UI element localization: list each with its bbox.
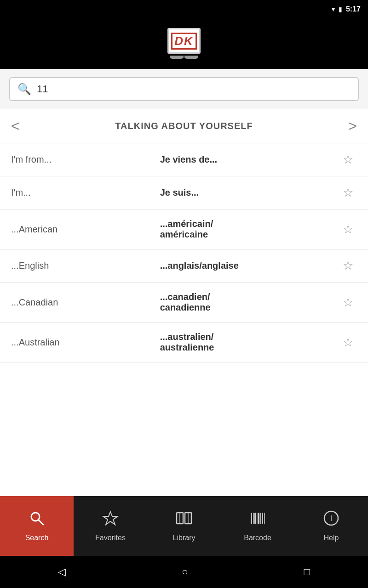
svg-rect-9 [254, 513, 256, 524]
svg-rect-14 [264, 513, 265, 524]
phrase-row[interactable]: I'm... Je suis... ☆ [0, 176, 368, 209]
svg-rect-12 [260, 513, 261, 524]
phrase-list: I'm from... Je viens de... ☆ I'm... Je s… [0, 143, 368, 362]
back-button[interactable]: ◁ [58, 566, 66, 578]
phrase-english: ...Canadian [11, 297, 160, 308]
dk-page-left [170, 56, 184, 59]
favorite-button[interactable]: ☆ [339, 153, 357, 167]
library-nav-icon [176, 510, 192, 530]
nav-item-search[interactable]: Search [0, 496, 74, 556]
home-button[interactable]: ○ [182, 566, 188, 578]
svg-marker-2 [103, 512, 118, 525]
favorite-button[interactable]: ☆ [339, 222, 357, 237]
nav-label-search: Search [25, 534, 49, 542]
nav-item-library[interactable]: Library [147, 496, 221, 556]
phrase-french: ...anglais/anglaise [160, 260, 339, 271]
favorites-nav-icon [102, 510, 119, 530]
phrase-french: ...canadien/canadienne [160, 292, 339, 313]
phrase-english: ...English [11, 260, 160, 271]
search-nav-icon [29, 510, 45, 530]
phrase-row[interactable]: ...English ...anglais/anglaise ☆ [0, 249, 368, 283]
phrase-french: ...américain/américaine [160, 219, 339, 240]
barcode-nav-icon [249, 510, 266, 530]
svg-rect-10 [257, 513, 258, 524]
prev-arrow[interactable]: < [11, 118, 20, 135]
svg-rect-8 [253, 513, 254, 524]
favorite-button[interactable]: ☆ [339, 186, 357, 200]
phrase-row[interactable]: ...Australian ...australien/australienne… [0, 322, 368, 362]
phrase-row[interactable]: ...American ...américain/américaine ☆ [0, 209, 368, 249]
phrase-french: Je suis... [160, 187, 339, 198]
status-time: 5:17 [346, 5, 361, 13]
nav-item-favorites[interactable]: Favorites [74, 496, 147, 556]
favorite-button[interactable]: ☆ [339, 295, 357, 310]
category-title: TALKING ABOUT YOURSELF [115, 121, 253, 131]
search-bar-container: 🔍 [0, 69, 368, 109]
phrase-french: ...australien/australienne [160, 332, 339, 353]
svg-rect-7 [251, 513, 252, 524]
nav-label-library: Library [173, 534, 196, 542]
nav-item-help[interactable]: i Help [294, 496, 368, 556]
dk-logo-text: DK [171, 33, 197, 50]
svg-line-1 [39, 520, 43, 525]
help-nav-icon: i [323, 510, 339, 530]
search-bar[interactable]: 🔍 [9, 77, 359, 101]
wifi-icon: ▾ [332, 6, 335, 13]
phrase-french: Je viens de... [160, 154, 339, 165]
phrase-english: ...Australian [11, 337, 160, 348]
favorite-button[interactable]: ☆ [339, 335, 357, 350]
dk-emblem: DK [167, 28, 201, 54]
dk-logo: DK [167, 28, 201, 59]
phrase-english: ...American [11, 224, 160, 235]
phrase-english: I'm from... [11, 154, 160, 165]
phrase-row[interactable]: ...Canadian ...canadien/canadienne ☆ [0, 283, 368, 322]
app-header: DK [0, 18, 368, 69]
svg-rect-13 [262, 513, 263, 524]
favorite-button[interactable]: ☆ [339, 259, 357, 273]
nav-label-favorites: Favorites [95, 534, 126, 542]
nav-label-help: Help [324, 534, 339, 542]
recent-button[interactable]: □ [304, 566, 310, 578]
nav-label-barcode: Barcode [244, 534, 271, 542]
status-bar: ▾ ▮ 5:17 [0, 0, 368, 18]
dk-book-pages [170, 56, 198, 59]
dk-page-right [184, 56, 198, 59]
status-icons: ▾ ▮ 5:17 [332, 5, 361, 13]
phrase-row[interactable]: I'm from... Je viens de... ☆ [0, 143, 368, 176]
bottom-nav: Search Favorites Library [0, 496, 368, 556]
next-arrow[interactable]: > [348, 118, 357, 135]
search-input[interactable] [37, 83, 351, 95]
svg-text:i: i [330, 514, 332, 523]
nav-item-barcode[interactable]: Barcode [221, 496, 294, 556]
category-nav: < TALKING ABOUT YOURSELF > [0, 109, 368, 143]
battery-icon: ▮ [339, 6, 342, 13]
svg-rect-11 [258, 513, 259, 524]
system-nav: ◁ ○ □ [0, 556, 368, 588]
search-icon: 🔍 [17, 83, 31, 96]
phrase-english: I'm... [11, 187, 160, 198]
